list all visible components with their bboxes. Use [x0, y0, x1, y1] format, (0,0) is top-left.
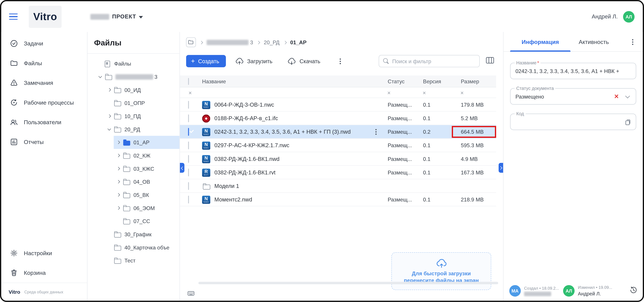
row-checkbox[interactable] [188, 182, 189, 190]
chevron-icon[interactable] [115, 205, 121, 211]
trash-icon [10, 269, 18, 277]
sidebar-item-reports[interactable]: Отчеты [1, 132, 87, 152]
history-icon[interactable] [629, 286, 638, 296]
code-input[interactable] [510, 114, 636, 130]
sidebar-item-tasks[interactable]: Задачи [1, 34, 87, 53]
chevron-right-icon [257, 40, 260, 44]
file-row[interactable]: Моментс2.nwd Размещ... 0.1 218.9 MB [180, 193, 496, 206]
upload-button[interactable]: Загрузить [235, 57, 272, 65]
breadcrumb-project[interactable]: 3 [206, 39, 253, 45]
tree-item[interactable]: 02_КЖ [88, 149, 180, 162]
tree-item-label: 30_График [124, 231, 152, 237]
tree-item-label: 07_СС [134, 218, 150, 224]
clear-filter-icon[interactable] [458, 89, 466, 96]
chevron-icon[interactable] [115, 152, 121, 159]
row-checkbox[interactable] [188, 101, 189, 108]
tree-item[interactable]: 20_РД [88, 123, 180, 136]
tree-item[interactable]: 40_Карточка объе [88, 241, 180, 254]
file-name: 0382-РД-ЖД-1.6-ВК1.rvt [214, 169, 276, 175]
chevron-icon[interactable] [115, 192, 121, 198]
sidebar-item-label: Файлы [24, 60, 42, 66]
chevron-icon[interactable] [115, 165, 121, 172]
filter-row [180, 87, 496, 98]
sidebar-item-trash[interactable]: Корзина [1, 263, 87, 283]
folder-icon [114, 244, 121, 251]
clear-filter-icon[interactable] [186, 89, 194, 96]
tree-item[interactable]: 3 [88, 70, 180, 83]
more-actions-icon[interactable] [336, 57, 345, 66]
tab-information[interactable]: Информация [510, 32, 570, 51]
file-row[interactable]: 0297-Р-АС-4-КР-КЖ2.1.7.nwc Размещ... 0.1… [180, 139, 496, 152]
row-checkbox[interactable] [188, 155, 189, 163]
file-row[interactable]: 0242-3.1, 3.2, 3.3, 3.4, 3.5, 3.6, А1 + … [180, 125, 496, 139]
file-row[interactable]: 0382-РД-ЖД-1.6-ВК1.rvt Размещ... 0.1 167… [180, 166, 496, 179]
tree-item[interactable]: 01_ОПР [88, 96, 180, 109]
file-row[interactable]: 0188-Р-ЖД-6-АР-в_c1.ifc Размещ... 0.1 5.… [180, 112, 496, 125]
download-button[interactable]: Скачать [287, 57, 320, 65]
tree-item[interactable]: 07_СС [88, 215, 180, 228]
folder-icon [123, 178, 130, 185]
file-dropzone[interactable]: Для быстрой загрузки перенесите файлы на… [391, 252, 491, 290]
chevron-icon[interactable] [106, 126, 112, 132]
collapse-tree-handle[interactable] [180, 163, 184, 173]
chevron-icon[interactable] [115, 139, 121, 145]
select-all-checkbox[interactable] [188, 78, 189, 85]
tree-item[interactable]: 30_График [88, 228, 180, 241]
clear-filter-icon[interactable] [421, 89, 428, 96]
row-menu-icon[interactable] [372, 128, 380, 136]
tree-item[interactable]: 01_АР [88, 136, 180, 149]
sidebar-item-files[interactable]: Файлы [1, 53, 87, 73]
chevron-icon[interactable] [97, 74, 103, 80]
column-header-name[interactable]: Название [200, 78, 381, 84]
tree-item[interactable]: Файлы [88, 57, 180, 70]
row-checkbox[interactable] [188, 114, 189, 122]
tree-item[interactable]: 00_ИД [88, 83, 180, 96]
column-header-size[interactable]: Размер [454, 78, 496, 84]
sidebar-item-users[interactable]: Пользователи [1, 112, 87, 132]
tree-item[interactable]: 10_ПД [88, 109, 180, 123]
breadcrumb-root-folder-icon[interactable] [186, 37, 196, 47]
breadcrumb-folder[interactable]: 20_РД [264, 39, 280, 45]
project-selector[interactable]: ПРОЕКТ [90, 13, 143, 19]
file-type-icon [202, 182, 210, 190]
tree-item[interactable]: 06_ЭОМ [88, 201, 180, 215]
file-name: 0242-3.1, 3.2, 3.3, 3.4, 3.5, 3.6, А1 + … [214, 129, 350, 135]
clear-filter-icon[interactable] [385, 89, 393, 96]
download-cloud-icon [287, 57, 296, 65]
copy-icon[interactable] [624, 118, 631, 127]
chevron-icon[interactable] [106, 113, 112, 119]
row-checkbox[interactable] [188, 128, 189, 136]
tree-item[interactable]: Тест [88, 254, 180, 267]
hamburger-menu-icon[interactable] [9, 13, 18, 19]
redacted-text [206, 39, 248, 45]
file-row[interactable]: 0064-Р-ЖД-3-ОВ-1.nwc Размещ... 0.1 179.8… [180, 98, 496, 112]
collapse-info-panel-handle[interactable] [499, 163, 503, 173]
row-checkbox[interactable] [188, 196, 189, 203]
clear-status-icon[interactable] [613, 93, 620, 100]
sidebar: Задачи Файлы Замечания Рабочие процессы … [1, 32, 88, 301]
info-panel: Информация Активность Название* Статус д… [503, 32, 643, 301]
sidebar-item-workflows[interactable]: Рабочие процессы [1, 93, 87, 113]
chevron-icon[interactable] [106, 87, 112, 93]
row-checkbox[interactable] [188, 141, 189, 149]
table-columns-icon[interactable] [486, 57, 494, 66]
search-input[interactable] [392, 58, 475, 64]
panel-menu-icon[interactable] [628, 37, 637, 46]
chevron-icon[interactable] [115, 179, 121, 185]
column-header-version[interactable]: Версия [416, 78, 454, 84]
column-header-status[interactable]: Статус [381, 78, 416, 84]
keyboard-shortcuts-icon[interactable] [187, 290, 195, 298]
sidebar-item-settings[interactable]: Настройки [1, 243, 87, 263]
create-button[interactable]: + Создать [186, 55, 226, 67]
sidebar-item-label: Пользователи [24, 119, 62, 126]
sidebar-item-issues[interactable]: Замечания [1, 73, 87, 93]
horizontal-scrollbar[interactable] [198, 282, 498, 285]
file-row[interactable]: Модели 1 [180, 179, 496, 193]
tree-item[interactable]: 04_ОВ [88, 175, 180, 188]
user-avatar[interactable]: АЛ [623, 11, 634, 22]
file-row[interactable]: 0382-РД-ЖД-1.6-ВК1.nwd Размещ... 0.1 4.9… [180, 152, 496, 166]
row-checkbox[interactable] [188, 168, 189, 176]
tab-activity[interactable]: Активность [570, 32, 617, 51]
tree-item[interactable]: 05_ВК [88, 188, 180, 201]
tree-item[interactable]: 03_КЖС [88, 162, 180, 175]
